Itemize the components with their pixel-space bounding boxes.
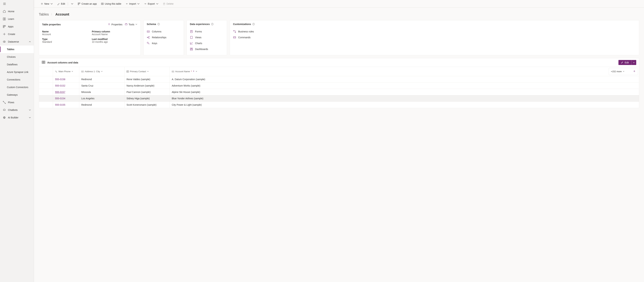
cell-phone[interactable]: 555-0154: [53, 95, 79, 102]
column-header-phone[interactable]: Main Phone: [53, 67, 79, 76]
sidebar-item-synapse[interactable]: Azure Synapse Link: [0, 68, 34, 76]
forms-icon: [190, 30, 193, 33]
breadcrumb-parent[interactable]: Tables: [39, 12, 49, 16]
table-row[interactable]: 555-0155RedmondScott Konersmann (sample)…: [39, 102, 639, 108]
sidebar-item-choices[interactable]: Choices: [0, 53, 34, 61]
list-item-label: Columns: [152, 30, 162, 33]
prop-name-label: Name: [42, 29, 88, 33]
import-button[interactable]: Import: [124, 2, 142, 6]
table-row[interactable]: 555-0157MissoulaPaul Cannon (sample)Alpi…: [39, 89, 639, 95]
learn-icon: [3, 17, 6, 20]
schema-columns-link[interactable]: Abc Columns: [147, 29, 180, 34]
edit-chevron-button[interactable]: [69, 2, 75, 6]
schema-keys-link[interactable]: Keys: [147, 40, 180, 46]
cell-name[interactable]: City Power & Light (sample): [170, 102, 639, 108]
cell-phone[interactable]: 555-0152: [53, 83, 79, 89]
text-type-icon: Abc: [172, 70, 174, 73]
row-selector[interactable]: [39, 76, 53, 82]
new-button[interactable]: New: [39, 2, 55, 6]
sidebar-item-tables[interactable]: Tables: [0, 45, 34, 53]
info-icon[interactable]: [211, 23, 214, 25]
cell-phone[interactable]: 555-0158: [53, 76, 79, 82]
sidebar-item-create[interactable]: Create: [0, 30, 34, 38]
dataexp-forms-link[interactable]: Forms: [190, 29, 224, 34]
cell-contact[interactable]: Rene Valdes (sample): [124, 76, 170, 82]
sidebar-item-label: Home: [8, 10, 14, 13]
table-row[interactable]: 555-0152Santa CruzNancy Anderson (sample…: [39, 82, 639, 89]
tools-button[interactable]: Tools: [125, 23, 138, 26]
svg-rect-67: [127, 71, 129, 72]
cell-name[interactable]: Adventure Works (sample): [170, 83, 639, 89]
sidebar-item-flows[interactable]: Flows: [0, 99, 34, 106]
hamburger-button[interactable]: [0, 0, 34, 7]
dataexp-charts-link[interactable]: Charts: [190, 40, 224, 46]
sidebar-item-home[interactable]: Home: [0, 7, 34, 15]
list-item-label: Forms: [195, 30, 202, 33]
edit-data-button[interactable]: Edit: [618, 60, 631, 65]
sidebar-item-connections[interactable]: Connections: [0, 76, 34, 83]
export-button[interactable]: Export: [142, 2, 160, 6]
import-label: Import: [129, 2, 136, 5]
cell-city[interactable]: Santa Cruz: [79, 83, 124, 89]
sidebar-item-apps[interactable]: Apps: [0, 23, 34, 30]
column-header-city[interactable]: Abc Address 1: City: [79, 67, 124, 76]
cell-city[interactable]: Redmond: [79, 102, 124, 108]
delete-label: Delete: [166, 2, 174, 5]
cell-name[interactable]: A. Datum Corporation (sample): [170, 76, 639, 82]
svg-point-56: [233, 30, 234, 31]
chart-icon: [190, 42, 193, 45]
sidebar-item-learn[interactable]: Learn: [0, 15, 34, 23]
row-selector[interactable]: [39, 83, 53, 89]
properties-button[interactable]: Properties: [108, 23, 122, 26]
custom-commands-link[interactable]: Commands: [233, 34, 636, 40]
custom-business-rules-link[interactable]: Business rules: [233, 29, 636, 34]
cell-city[interactable]: Missoula: [79, 89, 124, 95]
column-header-name[interactable]: Abc Account Name *: [170, 67, 608, 76]
row-selector[interactable]: [39, 102, 53, 108]
more-columns-button[interactable]: +152 more: [608, 68, 638, 75]
add-column-icon[interactable]: [633, 70, 636, 73]
table-row[interactable]: 555-0158RedmondRene Valdes (sample)A. Da…: [39, 76, 639, 82]
dataexp-dashboards-link[interactable]: Dashboards: [190, 46, 224, 52]
lookup-type-icon: [126, 70, 129, 73]
svg-rect-4: [4, 18, 6, 20]
edit-data-chevron[interactable]: [631, 60, 636, 65]
info-icon[interactable]: [252, 23, 255, 25]
breadcrumb: Tables 〉 Account: [39, 12, 639, 16]
cell-name[interactable]: Alpine Ski House (sample): [170, 89, 639, 95]
chevron-down-icon: [623, 70, 624, 73]
column-header-contact[interactable]: Primary Contact: [124, 67, 170, 76]
sidebar-item-ai-builder[interactable]: AI Builder: [0, 114, 34, 121]
sidebar-item-dataflows[interactable]: Dataflows: [0, 61, 34, 68]
cell-contact[interactable]: Sidney Higa (sample): [124, 95, 170, 102]
cell-name[interactable]: Blue Yonder Airlines (sample): [170, 95, 639, 102]
dataexp-views-link[interactable]: Views: [190, 34, 224, 40]
breadcrumb-current: Account: [56, 12, 69, 16]
sidebar-item-custom-connectors[interactable]: Custom Connectors: [0, 83, 34, 91]
table-row[interactable]: 555-0154Los AngelesSidney Higa (sample)B…: [39, 95, 639, 102]
info-icon[interactable]: [158, 23, 160, 25]
prop-name-value: Account: [42, 33, 88, 37]
delete-button[interactable]: Delete: [161, 2, 175, 6]
cell-city[interactable]: Los Angeles: [79, 95, 124, 102]
cell-phone[interactable]: 555-0155: [53, 102, 79, 108]
sidebar-item-gateways[interactable]: Gateways: [0, 91, 34, 99]
edit-button[interactable]: Edit: [56, 2, 67, 6]
svg-rect-6: [4, 25, 6, 26]
flows-icon: [3, 101, 6, 104]
sidebar-item-dataverse[interactable]: Dataverse: [0, 38, 34, 45]
svg-text:Abc: Abc: [148, 31, 149, 32]
cell-contact[interactable]: Paul Cannon (sample): [124, 89, 170, 95]
schema-relationships-link[interactable]: Relationships: [147, 34, 180, 40]
cell-contact[interactable]: Scott Konersmann (sample): [124, 102, 170, 108]
row-selector[interactable]: [39, 95, 53, 102]
using-table-button[interactable]: Using this table: [99, 2, 123, 6]
row-selector[interactable]: [39, 89, 53, 95]
cell-city[interactable]: Redmond: [79, 76, 124, 82]
svg-rect-50: [190, 48, 191, 49]
cell-contact[interactable]: Nancy Anderson (sample): [124, 83, 170, 89]
create-app-button[interactable]: Create an app: [76, 2, 98, 6]
cell-phone[interactable]: 555-0157: [53, 89, 79, 95]
sidebar-item-chatbots[interactable]: Chatbots: [0, 106, 34, 114]
edit-data-split-button[interactable]: Edit: [618, 60, 636, 65]
